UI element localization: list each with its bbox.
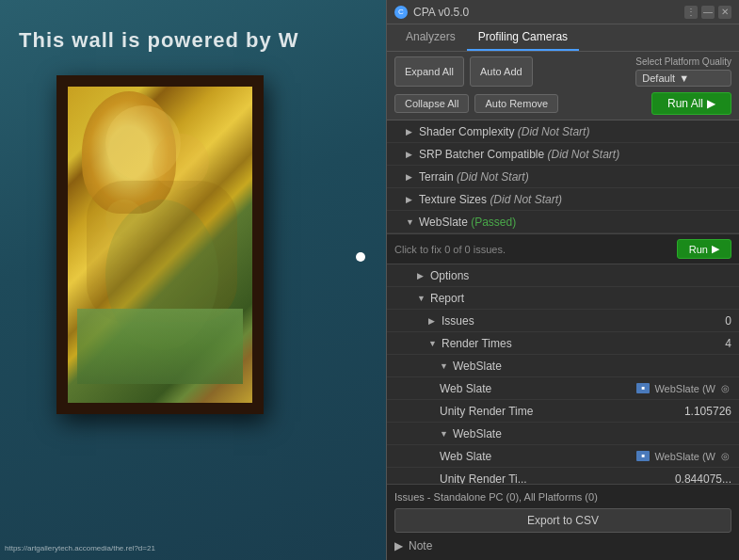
item-label: Report [430, 292, 731, 305]
note-label: Note [409, 539, 432, 552]
eye-icon: ◎ [718, 451, 731, 461]
item-label: Unity Render Time [440, 405, 684, 418]
run-all-play-icon: ▶ [707, 97, 715, 110]
cpa-icon: C [394, 6, 408, 19]
painting-image [68, 87, 252, 403]
run-all-button[interactable]: Run All ▶ [651, 92, 731, 115]
minimize-button[interactable]: — [701, 6, 715, 19]
expand-icon: ▼ [440, 361, 453, 371]
menu-button[interactable]: ⋮ [684, 6, 698, 19]
quality-section: Select Platform Quality Default ▼ [635, 56, 731, 87]
issues-status: Issues - Standalone PC (0), All Platform… [394, 488, 731, 505]
item-label: Issues [442, 314, 703, 328]
webslate-icon: ■ [636, 451, 650, 461]
fix-bar: Click to fix 0 of 0 issues. Run ▶ [387, 233, 739, 264]
painting-frame [56, 75, 264, 414]
quality-label: Select Platform Quality [635, 56, 731, 67]
expand-icon: ▼ [406, 217, 419, 227]
item-label: Web Slate [440, 450, 636, 463]
eye-icon: ◎ [718, 383, 731, 393]
list-item[interactable]: ▶ Terrain (Did Not Start) [387, 166, 739, 188]
expand-all-button[interactable]: Expand All [394, 56, 464, 87]
webslate-value: ■ WebSlate (W ◎ [636, 451, 731, 462]
scene-background: This wall is powered by W https://artgal… [0, 0, 391, 560]
panel-title: C CPA v0.5.0 [394, 6, 469, 19]
item-value: 0.844075... [675, 472, 731, 485]
content-area[interactable]: ▶ Shader Complexity (Did Not Start) ▶ SR… [387, 120, 739, 484]
list-item[interactable]: Web Slate ■ WebSlate (W ◎ [387, 377, 739, 400]
list-item[interactable]: ▶ SRP Batcher Compatible (Did Not Start) [387, 143, 739, 166]
scene-dot [356, 252, 365, 262]
wall-text: This wall is powered by W [19, 28, 299, 53]
list-item[interactable]: ▶ Issues 0 [387, 310, 739, 332]
collapse-all-button[interactable]: Collapse All [394, 94, 469, 113]
item-value: 4 [703, 337, 731, 350]
panel-titlebar: C CPA v0.5.0 ⋮ — ✕ [387, 0, 739, 24]
svg-point-4 [105, 200, 218, 350]
item-label: Shader Complexity (Did Not Start) [419, 125, 731, 138]
note-arrow-icon: ▶ [394, 539, 403, 552]
quality-value: Default [642, 72, 675, 84]
list-item[interactable]: Unity Render Time 1.105726 [387, 400, 739, 423]
dropdown-arrow-icon: ▼ [679, 72, 689, 84]
item-label: WebSlate (Passed) [419, 216, 731, 229]
expand-icon: ▼ [417, 294, 430, 303]
list-item[interactable]: Web Slate ■ WebSlate (W ◎ [387, 445, 739, 468]
item-label: Options [430, 269, 731, 282]
toolbar: Expand All Auto Add Select Platform Qual… [387, 52, 739, 120]
list-item[interactable]: ▶ Shader Complexity (Did Not Start) [387, 120, 739, 143]
list-item[interactable]: ▶ Options [387, 264, 739, 287]
item-label: WebSlate [453, 360, 731, 373]
list-item[interactable]: ▼ WebSlate [387, 423, 739, 445]
item-label: WebSlate [453, 427, 731, 440]
item-label: SRP Batcher Compatible (Did Not Start) [419, 148, 731, 161]
close-button[interactable]: ✕ [718, 6, 731, 19]
expand-icon: ▶ [406, 150, 419, 159]
item-label: Unity Render Ti... [440, 472, 675, 485]
panel-tabs: Analyzers Profiling Cameras [387, 24, 739, 52]
expand-icon: ▼ [428, 339, 442, 348]
expand-icon: ▶ [428, 316, 442, 326]
tab-profiling-cameras[interactable]: Profiling Cameras [467, 24, 579, 51]
note-bar[interactable]: ▶ Note [394, 536, 731, 556]
expand-icon: ▶ [406, 195, 419, 204]
export-csv-button[interactable]: Export to CSV [394, 508, 731, 533]
item-label: Render Times [442, 337, 703, 350]
list-item[interactable]: ▼ Report [387, 287, 739, 310]
item-value: 1.105726 [684, 405, 731, 418]
item-value: 0 [703, 314, 731, 328]
webslate-icon: ■ [636, 383, 650, 393]
item-label: Web Slate [440, 382, 636, 395]
window-controls: ⋮ — ✕ [684, 6, 731, 19]
fix-text: Click to fix 0 of 0 issues. [394, 244, 506, 255]
tab-analyzers[interactable]: Analyzers [394, 24, 467, 51]
run-play-icon: ▶ [712, 243, 719, 255]
run-all-label: Run All [667, 97, 703, 110]
list-item[interactable]: ▼ WebSlate (Passed) [387, 211, 739, 233]
auto-add-button[interactable]: Auto Add [470, 56, 533, 87]
auto-remove-button[interactable]: Auto Remove [474, 94, 558, 113]
expand-icon: ▶ [406, 127, 419, 136]
list-item[interactable]: Unity Render Ti... 0.844075... [387, 468, 739, 484]
webslate-value: ■ WebSlate (W ◎ [636, 383, 731, 394]
item-label: Terrain (Did Not Start) [419, 170, 731, 184]
expand-icon: ▶ [406, 172, 419, 182]
panel-title-text: CPA v0.5.0 [413, 6, 469, 19]
list-item[interactable]: ▶ Texture Sizes (Did Not Start) [387, 188, 739, 211]
run-button[interactable]: Run ▶ [677, 239, 731, 259]
painting-url: https://artgallerytech.accomedia/the.rel… [5, 544, 155, 552]
expand-icon: ▶ [417, 271, 430, 280]
platform-quality-select[interactable]: Default ▼ [635, 70, 731, 87]
list-item[interactable]: ▼ Render Times 4 [387, 332, 739, 355]
item-label: Texture Sizes (Did Not Start) [419, 193, 731, 206]
expand-icon: ▼ [440, 429, 453, 439]
bottom-bar: Issues - Standalone PC (0), All Platform… [387, 484, 739, 560]
cpa-panel: C CPA v0.5.0 ⋮ — ✕ Analyzers Profiling C… [386, 0, 739, 560]
list-item[interactable]: ▼ WebSlate [387, 355, 739, 377]
